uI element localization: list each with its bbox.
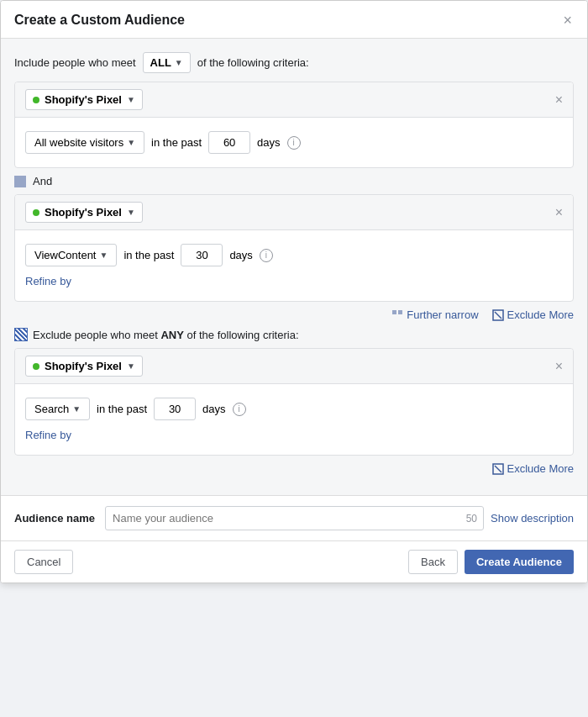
section-2-content: ViewContent ▼ in the past days i Refine … (15, 230, 573, 301)
section-2-days-input[interactable] (181, 244, 223, 266)
further-narrow-link[interactable]: Further narrow (391, 308, 478, 321)
include-prefix: Include people who meet (14, 56, 136, 69)
audience-name-wrapper: 50 (105, 506, 484, 530)
cancel-button[interactable]: Cancel (14, 550, 73, 574)
exclude-more-label-bottom: Exclude More (507, 462, 574, 475)
include-suffix: of the following criteria: (197, 56, 309, 69)
section-1-card: Shopify's Pixel ▼ × All website visitors… (14, 82, 574, 168)
section-3-refine-link[interactable]: Refine by (25, 429, 71, 441)
section-1-pixel-button[interactable]: Shopify's Pixel ▼ (25, 89, 143, 110)
visitor-type-label: All website visitors (34, 136, 123, 149)
visitor-type-chevron-icon: ▼ (127, 138, 135, 147)
event-type-label: ViewContent (34, 249, 96, 261)
event-type-chevron-icon: ▼ (99, 250, 108, 260)
section-1-content: All website visitors ▼ in the past days … (15, 118, 573, 167)
and-separator: And (14, 175, 574, 187)
svg-line-5 (495, 466, 501, 472)
exclude-more-row-bottom: Exclude More (14, 462, 574, 475)
section-2-header: Shopify's Pixel ▼ × (15, 195, 573, 230)
section-1-chevron-icon: ▼ (127, 95, 135, 104)
section-3-days-input[interactable] (154, 398, 196, 420)
modal-title: Create a Custom Audience (14, 13, 185, 28)
section-2-refine-link[interactable]: Refine by (25, 275, 71, 287)
section-3-in-past: in the past (97, 403, 147, 415)
section-3-criteria-row: Search ▼ in the past days i (25, 398, 563, 420)
audience-name-input[interactable] (105, 506, 484, 530)
section-2-pixel-dot-icon (33, 209, 39, 216)
section-2-info-icon: i (260, 249, 273, 262)
exclude-more-icon-bottom (492, 463, 504, 475)
section-3-content: Search ▼ in the past days i Refine by (15, 384, 573, 455)
section-3-info-icon: i (233, 403, 246, 416)
exclude-more-label-top: Exclude More (507, 308, 574, 321)
create-custom-audience-modal: Create a Custom Audience × Include peopl… (0, 0, 588, 583)
section-3-pixel-label: Shopify's Pixel (45, 360, 122, 372)
all-dropdown-button[interactable]: ALL ▼ (143, 52, 191, 73)
further-narrow-icon (391, 309, 403, 321)
exclude-prefix: Exclude people who meet ANY of the follo… (33, 329, 299, 341)
modal-header: Create a Custom Audience × (1, 1, 587, 39)
section-1-criteria-row: All website visitors ▼ in the past days … (25, 131, 563, 154)
modal-footer: Audience name 50 Show description Cancel… (1, 495, 587, 583)
modal-body: Include people who meet ALL ▼ of the fol… (1, 39, 587, 495)
search-type-label: Search (34, 403, 69, 415)
visitor-type-dropdown[interactable]: All website visitors ▼ (25, 131, 144, 154)
search-type-dropdown[interactable]: Search ▼ (25, 398, 90, 420)
right-buttons: Back Create Audience (408, 550, 574, 574)
section-2-pixel-button[interactable]: Shopify's Pixel ▼ (25, 202, 143, 223)
section-1-days-input[interactable] (208, 131, 250, 154)
back-button[interactable]: Back (408, 550, 458, 574)
footer-buttons-row: Cancel Back Create Audience (1, 541, 587, 583)
search-type-chevron-icon: ▼ (72, 404, 81, 414)
section-3-header: Shopify's Pixel ▼ × (15, 349, 573, 384)
section-1-pixel-label: Shopify's Pixel (45, 93, 122, 106)
section-1-in-past: in the past (151, 136, 202, 149)
section-2-pixel-label: Shopify's Pixel (45, 206, 122, 219)
exclude-more-icon-top (492, 309, 504, 321)
svg-line-3 (495, 312, 501, 319)
audience-name-label: Audience name (14, 512, 95, 525)
show-description-link[interactable]: Show description (491, 512, 574, 525)
section-1-info-icon: i (287, 136, 301, 150)
section-3-close-button[interactable]: × (555, 360, 563, 373)
and-label: And (33, 175, 52, 187)
section-2-close-button[interactable]: × (555, 206, 563, 219)
event-type-dropdown[interactable]: ViewContent ▼ (25, 244, 117, 266)
and-icon (14, 176, 26, 187)
section-1-days-label: days (257, 136, 280, 149)
actions-row: Further narrow Exclude More (14, 308, 574, 321)
section-3-pixel-dot-icon (33, 363, 39, 370)
section-2-criteria-row: ViewContent ▼ in the past days i (25, 244, 563, 266)
section-2-card: Shopify's Pixel ▼ × ViewContent ▼ in the… (14, 194, 574, 302)
section-3-card: Shopify's Pixel ▼ × Search ▼ in the past… (14, 348, 574, 456)
section-2-in-past: in the past (123, 249, 174, 261)
all-dropdown-chevron-icon: ▼ (175, 58, 183, 67)
exclude-icon (14, 328, 28, 341)
exclude-more-link-bottom[interactable]: Exclude More (492, 462, 574, 475)
section-3-days-label: days (202, 403, 225, 415)
section-2-chevron-icon: ▼ (127, 208, 135, 217)
all-dropdown-label: ALL (150, 56, 171, 69)
section-3-chevron-icon: ▼ (127, 361, 135, 371)
further-narrow-label: Further narrow (407, 308, 478, 321)
exclude-section-header: Exclude people who meet ANY of the follo… (14, 328, 574, 341)
include-criteria-row: Include people who meet ALL ▼ of the fol… (14, 52, 574, 73)
section-2-days-label: days (229, 249, 252, 261)
svg-rect-0 (392, 310, 396, 314)
svg-rect-1 (398, 310, 402, 314)
audience-name-section: Audience name 50 Show description (1, 496, 587, 541)
pixel-dot-icon (33, 97, 39, 103)
modal-close-button[interactable]: × (561, 13, 574, 28)
create-audience-button[interactable]: Create Audience (465, 550, 574, 574)
exclude-more-link-top[interactable]: Exclude More (492, 308, 574, 321)
section-3-pixel-button[interactable]: Shopify's Pixel ▼ (25, 356, 143, 377)
section-1-header: Shopify's Pixel ▼ × (15, 82, 573, 118)
char-count-label: 50 (466, 513, 477, 525)
section-1-close-button[interactable]: × (555, 93, 563, 107)
